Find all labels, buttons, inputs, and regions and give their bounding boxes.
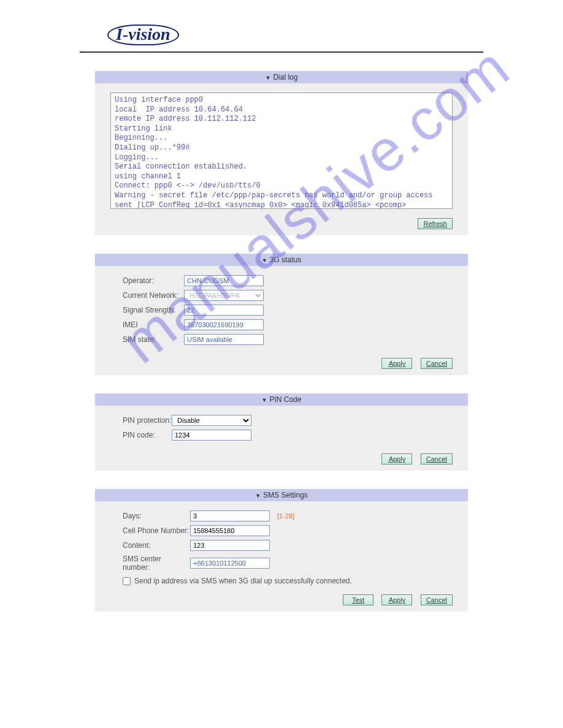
content-label: Content: — [123, 541, 190, 550]
phone-input[interactable] — [190, 525, 270, 536]
sim-label: SIM state: — [123, 335, 184, 344]
refresh-button[interactable]: Refresh — [418, 218, 453, 229]
center-label: SMS center number: — [123, 555, 190, 572]
3g-status-panel: 3G status Operator: Current Network: HSD… — [95, 254, 468, 375]
header-divider — [80, 51, 483, 53]
apply-button[interactable]: Apply — [381, 358, 412, 369]
cancel-button[interactable]: Cancel — [421, 453, 453, 464]
pin-code-header[interactable]: PIN Code — [95, 393, 468, 406]
center-input[interactable] — [190, 558, 270, 569]
network-label: Current Network: — [123, 291, 184, 300]
pin-protection-label: PIN protection: — [123, 416, 172, 425]
imei-input[interactable] — [184, 319, 264, 330]
dial-log-header[interactable]: Dial log — [95, 71, 468, 83]
days-input[interactable] — [190, 510, 270, 521]
network-select[interactable]: HSDPA&HSUPA — [184, 290, 264, 301]
days-label: Days: — [123, 512, 190, 520]
3g-status-header[interactable]: 3G status — [95, 254, 468, 266]
content-input[interactable] — [190, 540, 270, 551]
sms-settings-header[interactable]: SMS Settings — [95, 489, 468, 501]
signal-input[interactable] — [184, 305, 264, 316]
sim-input[interactable] — [184, 334, 264, 345]
pin-code-panel: PIN Code PIN protection: Disable PIN cod… — [95, 393, 468, 471]
apply-button[interactable]: Apply — [381, 453, 412, 464]
phone-label: Cell Phone Number: — [123, 526, 190, 535]
test-button[interactable]: Test — [343, 594, 373, 605]
signal-label: Signal Strength: — [123, 306, 184, 314]
cancel-button[interactable]: Cancel — [421, 358, 453, 369]
pin-code-label: PIN code: — [123, 431, 172, 439]
send-ip-checkbox[interactable] — [123, 577, 131, 585]
logo: I-vision — [107, 25, 179, 45]
apply-button[interactable]: Apply — [381, 594, 412, 605]
pin-protection-select[interactable]: Disable — [172, 415, 251, 426]
dial-log-textarea[interactable]: Using interface ppp0 local IP address 10… — [110, 93, 453, 209]
cancel-button[interactable]: Cancel — [421, 594, 453, 605]
dial-log-panel: Dial log Using interface ppp0 local IP a… — [95, 71, 468, 235]
send-ip-label: Send ip address via SMS when 3G dial up … — [134, 577, 352, 585]
sms-settings-panel: SMS Settings Days: [1-28] Cell Phone Num… — [95, 489, 468, 612]
pin-code-input[interactable] — [172, 430, 251, 441]
imei-label: IMEI — [123, 320, 184, 329]
days-hint: [1-28] — [277, 512, 294, 520]
operator-input[interactable] — [184, 275, 264, 286]
operator-label: Operator: — [123, 276, 184, 285]
